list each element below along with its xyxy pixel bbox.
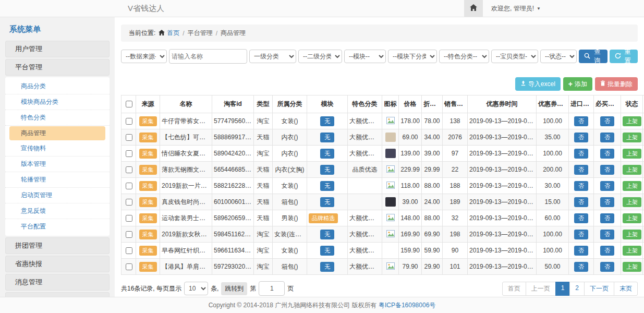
- row-checkbox[interactable]: [126, 247, 132, 254]
- sidebar-item-goods-category[interactable]: 商品分类: [5, 79, 110, 94]
- must-buy-cell: 否: [594, 210, 621, 226]
- import-select-toggle[interactable]: 否: [574, 197, 588, 207]
- reset-button[interactable]: 重置: [610, 50, 638, 63]
- row-checkbox[interactable]: [126, 118, 132, 125]
- sidebar-item-carousel-management[interactable]: 轮播管理: [5, 172, 110, 188]
- sidebar-group-platform-management[interactable]: 平台管理: [5, 59, 110, 76]
- must-buy-toggle[interactable]: 否: [600, 246, 614, 256]
- row-checkbox[interactable]: [126, 199, 132, 206]
- sidebar-item-splash-management[interactable]: 启动页管理: [5, 188, 110, 203]
- import-select-toggle[interactable]: 否: [574, 181, 588, 191]
- select-all-checkbox[interactable]: [126, 101, 132, 107]
- user-menu[interactable]: 欢迎您, 管理员! ▼: [491, 4, 541, 13]
- import-select-toggle[interactable]: 否: [574, 213, 588, 223]
- add-button[interactable]: + 添加: [563, 77, 592, 91]
- import-select-toggle[interactable]: 否: [574, 246, 588, 256]
- must-buy-toggle[interactable]: 否: [600, 197, 614, 207]
- sidebar-group-user-management[interactable]: 用户管理: [5, 41, 110, 57]
- import-select-toggle[interactable]: 否: [574, 149, 588, 159]
- sidebar-item-module-goods-category[interactable]: 模块商品分类: [5, 94, 110, 110]
- chevron-down-icon: ▼: [537, 6, 541, 11]
- per-page-select[interactable]: 10: [184, 282, 208, 295]
- sidebar-group-order-management[interactable]: 订单管理: [5, 292, 110, 297]
- search-button[interactable]: 查询: [579, 50, 607, 63]
- status-toggle[interactable]: 上架: [623, 165, 641, 175]
- data-source-select[interactable]: --数据来源--: [121, 50, 167, 63]
- sidebar-item-feedback[interactable]: 意见反馈: [5, 203, 110, 219]
- page-button-2[interactable]: 2: [569, 282, 585, 296]
- row-checkbox[interactable]: [126, 150, 132, 157]
- module-none-badge[interactable]: 无: [320, 197, 334, 207]
- row-checkbox[interactable]: [126, 263, 132, 270]
- module-none-badge[interactable]: 无: [320, 149, 334, 159]
- sidebar-item-version-management[interactable]: 版本管理: [5, 156, 110, 172]
- must-buy-toggle[interactable]: 否: [600, 149, 614, 159]
- status-toggle[interactable]: 上架: [623, 116, 641, 126]
- import-select-cell: 否: [569, 113, 594, 129]
- status-toggle[interactable]: 上架: [623, 246, 641, 256]
- status-toggle[interactable]: 上架: [623, 181, 641, 191]
- jump-button[interactable]: 跳转到: [221, 282, 247, 295]
- sidebar-item-platform-config[interactable]: 平台配置: [5, 219, 110, 234]
- source-badge: 采集: [139, 246, 157, 256]
- must-buy-toggle[interactable]: 否: [600, 165, 614, 175]
- level1-category-select[interactable]: 一级分类: [249, 50, 296, 63]
- breadcrumb-home-link[interactable]: 首页: [159, 29, 179, 38]
- item-type-select[interactable]: --宝贝类型--: [491, 50, 538, 63]
- home-button[interactable]: [464, 0, 483, 17]
- name-search-input[interactable]: [169, 49, 247, 64]
- import-select-toggle[interactable]: 否: [574, 165, 588, 175]
- module-subcategory-select[interactable]: --模块下分类--: [388, 50, 437, 63]
- must-buy-toggle[interactable]: 否: [600, 116, 614, 126]
- page-button-末页[interactable]: 末页: [614, 282, 638, 296]
- page-button-1[interactable]: 1: [555, 282, 570, 296]
- breadcrumb-item[interactable]: 平台管理: [188, 29, 213, 38]
- module-none-badge[interactable]: 无: [320, 165, 334, 175]
- row-checkbox[interactable]: [126, 166, 132, 173]
- status-toggle[interactable]: 上架: [623, 197, 641, 207]
- page-button-下一页[interactable]: 下一页: [584, 282, 614, 296]
- must-buy-toggle[interactable]: 否: [600, 262, 614, 272]
- row-checkbox[interactable]: [126, 215, 132, 222]
- featured-category-select[interactable]: --特色分类--: [439, 50, 489, 63]
- source-cell: 采集: [136, 162, 160, 178]
- module-none-badge[interactable]: 无: [320, 116, 334, 126]
- import-select-toggle[interactable]: 否: [574, 133, 588, 142]
- module-none-badge[interactable]: 无: [320, 246, 334, 256]
- status-toggle[interactable]: 上架: [623, 149, 641, 159]
- module-select[interactable]: --模块--: [344, 50, 386, 63]
- sidebar-group-saving-news[interactable]: 省惠快报: [5, 256, 110, 272]
- row-checkbox[interactable]: [126, 134, 132, 141]
- level2-category-select[interactable]: --二级分类--: [298, 50, 342, 63]
- must-buy-toggle[interactable]: 否: [600, 133, 614, 142]
- module-none-badge[interactable]: 无: [320, 181, 334, 191]
- row-checkbox[interactable]: [126, 183, 132, 189]
- must-buy-toggle[interactable]: 否: [600, 213, 614, 223]
- icp-link[interactable]: 粤ICP备16098006号: [379, 302, 435, 309]
- discount-price-cell: 88.00: [422, 210, 443, 226]
- batch-delete-button[interactable]: 批量删除: [595, 77, 638, 91]
- must-buy-toggle[interactable]: 否: [600, 230, 614, 239]
- must-buy-toggle[interactable]: 否: [600, 181, 614, 191]
- status-cell: 上架: [621, 226, 643, 243]
- module-none-badge[interactable]: 无: [320, 262, 334, 272]
- sidebar-item-featured-category[interactable]: 特色分类: [5, 110, 110, 126]
- status-toggle[interactable]: 上架: [623, 230, 641, 239]
- sidebar-group-group-buy-management[interactable]: 拼团管理: [5, 237, 110, 254]
- module-none-badge[interactable]: 无: [320, 230, 334, 239]
- module-none-badge[interactable]: 无: [320, 133, 334, 142]
- import-select-toggle[interactable]: 否: [574, 230, 588, 239]
- status-toggle[interactable]: 上架: [623, 133, 641, 142]
- import-excel-button[interactable]: 导入excel: [515, 77, 561, 91]
- sidebar-group-message-management[interactable]: 消息管理: [5, 274, 110, 291]
- sidebar-item-goods-management[interactable]: 商品管理: [9, 126, 105, 140]
- import-select-toggle[interactable]: 否: [574, 116, 588, 126]
- sidebar-item-promo-materials[interactable]: 宣传物料: [5, 141, 110, 156]
- status-select[interactable]: --状态--: [540, 50, 577, 63]
- import-select-toggle[interactable]: 否: [574, 262, 588, 272]
- page-number-input[interactable]: [259, 281, 285, 296]
- status-toggle[interactable]: 上架: [623, 262, 641, 272]
- main-content: 当前位置: 首页 / 平台管理 / 商品管理 --数据来源-- 一级分类--二级…: [115, 17, 644, 297]
- row-checkbox[interactable]: [126, 231, 132, 238]
- status-toggle[interactable]: 上架: [623, 213, 641, 223]
